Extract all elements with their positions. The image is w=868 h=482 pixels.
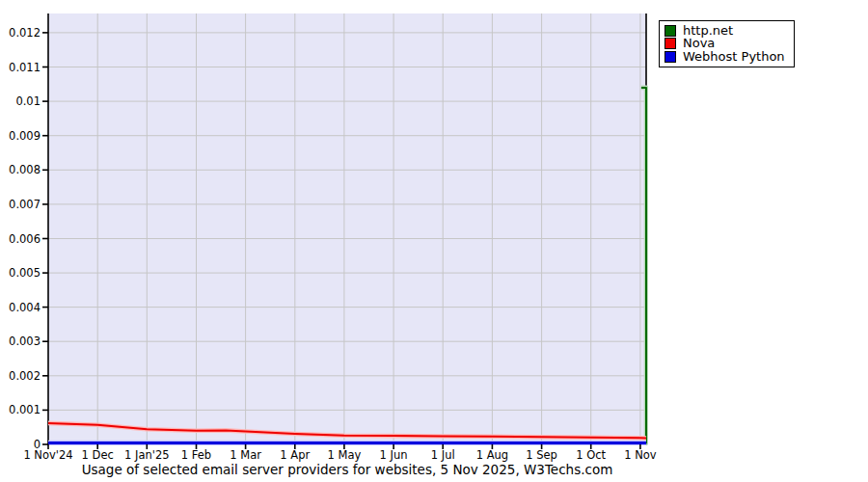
y-tick-label: 0.008 (9, 163, 41, 176)
x-tick-label: 1 Nov (624, 448, 657, 462)
x-tick-label: 1 Aug (476, 448, 508, 462)
x-tick-label: 1 Mar (230, 448, 261, 462)
y-tick-label: 0.012 (9, 26, 41, 40)
legend-swatch-webhost-python (665, 51, 676, 63)
legend-label-nova: Nova (683, 37, 715, 49)
y-tick-label: 0.004 (9, 301, 41, 314)
x-tick-label: 1 Oct (576, 448, 606, 462)
legend-item-nova: Nova (665, 37, 785, 49)
chart-caption: Usage of selected email server providers… (48, 462, 646, 477)
y-tick-label: 0.005 (9, 266, 41, 280)
x-tick-label: 1 May (328, 448, 362, 462)
x-tick-label: 1 Jul (431, 448, 455, 462)
x-tick-label: 1 Apr (280, 448, 310, 462)
x-tick-label: 1 Sep (526, 448, 557, 462)
y-tick-label: 0.006 (9, 232, 41, 246)
chart-canvas: 00.0010.0020.0030.0040.0050.0060.0070.00… (0, 0, 868, 482)
plot-area (48, 13, 646, 444)
x-tick-label: 1 Nov'24 (23, 448, 72, 462)
y-tick-label: 0.001 (9, 403, 41, 416)
y-tick-label: 0.011 (9, 61, 41, 74)
usage-trend-chart: 00.0010.0020.0030.0040.0050.0060.0070.00… (0, 0, 868, 482)
y-tick-label: 0.002 (9, 369, 41, 383)
y-tick-label: 0.009 (9, 129, 41, 143)
legend-item-webhost-python: Webhost Python (665, 50, 785, 63)
y-tick-label: 0.01 (15, 94, 41, 108)
x-tick-label: 1 Jan'25 (124, 448, 170, 462)
y-tick-label: 0.007 (9, 198, 41, 211)
chart-legend: http.net Nova Webhost Python (659, 20, 795, 67)
legend-label-webhost-python: Webhost Python (683, 50, 785, 63)
x-tick-label: 1 Feb (181, 448, 211, 462)
x-tick-label: 1 Jun (380, 448, 408, 462)
legend-swatch-http-net (665, 25, 676, 37)
legend-item-http-net: http.net (665, 24, 785, 37)
legend-label-http-net: http.net (683, 24, 733, 37)
x-tick-label: 1 Dec (82, 448, 114, 462)
y-tick-label: 0.003 (9, 335, 41, 348)
legend-swatch-nova (665, 38, 676, 49)
